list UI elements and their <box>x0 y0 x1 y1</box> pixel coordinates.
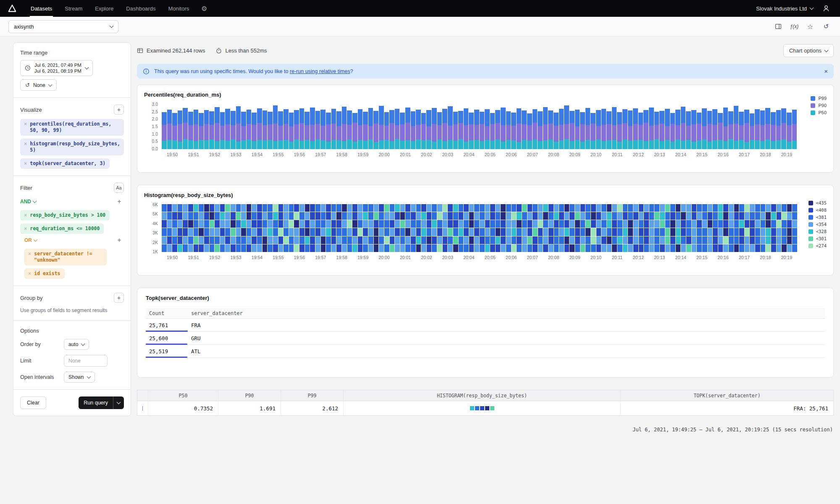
dataset-name: axisynth <box>14 24 34 30</box>
case-sensitivity-toggle[interactable]: Aa <box>114 183 124 193</box>
summary-header-cell: P99 <box>281 390 344 401</box>
heatmap-cell <box>708 244 713 252</box>
org-switcher[interactable]: Slovak Industries Ltd <box>756 5 813 12</box>
visualization-chip[interactable]: ×topk(server_datacenter, 3) <box>20 158 110 169</box>
remove-chip-icon[interactable]: × <box>24 160 27 167</box>
or-filter-chip[interactable]: ×server_datacenter != "unknown" <box>24 249 107 265</box>
percentile-bar <box>548 104 553 149</box>
heatmap-cell <box>554 220 559 228</box>
percentiles-plot[interactable] <box>162 104 797 149</box>
add-filter-button[interactable]: + <box>115 197 124 206</box>
heatmap-cell <box>512 244 517 252</box>
nav-item-dashboards[interactable]: Dashboards <box>120 0 162 17</box>
nav-item-datasets[interactable]: Datasets <box>24 0 58 17</box>
functions-button[interactable]: ƒ(x) <box>788 20 801 33</box>
heatmap-cell <box>368 204 373 212</box>
heatmap-cell <box>236 244 241 252</box>
remove-chip-icon[interactable]: × <box>24 121 27 127</box>
run-query-menu[interactable] <box>113 396 124 409</box>
add-group-by-button[interactable]: + <box>114 293 124 303</box>
banner-close-icon[interactable]: × <box>824 68 828 75</box>
filter-root-operator[interactable]: AND <box>20 199 36 205</box>
bar-segment-p50 <box>776 140 781 149</box>
percentile-bar <box>501 104 506 149</box>
dataset-selector[interactable]: axisynth <box>8 20 118 33</box>
bar-segment-p50 <box>638 140 643 149</box>
heatmap-row <box>162 212 797 220</box>
legend-swatch <box>808 215 813 220</box>
remove-chip-icon[interactable]: × <box>28 251 31 257</box>
heatmap-cell <box>241 228 246 236</box>
legend-swatch <box>808 236 813 241</box>
time-range-selector[interactable]: Jul 6, 2021, 07:49 PM Jul 6, 2021, 08:19… <box>20 60 93 76</box>
heatmap-cell <box>533 236 538 244</box>
filter-chip[interactable]: ×req_duration_ms <= 10000 <box>20 223 104 234</box>
remove-chip-icon[interactable]: × <box>24 226 27 232</box>
settings-gear-icon[interactable]: ⚙ <box>198 2 210 15</box>
heatmap-cell <box>723 228 728 236</box>
heatmap-cell <box>644 228 649 236</box>
topk-table-row[interactable]: 25,519ATL <box>146 345 825 358</box>
percentile-bar <box>421 104 426 149</box>
chart-options-label: Chart options <box>789 47 822 54</box>
limit-input[interactable] <box>64 355 108 367</box>
heatmap-cell <box>639 244 644 252</box>
heatmap-cell <box>549 212 554 220</box>
run-query-button[interactable]: Run query <box>79 396 124 409</box>
bar-segment-p50 <box>543 140 548 149</box>
heatmap-cell <box>390 204 395 212</box>
clear-button[interactable]: Clear <box>20 396 46 409</box>
add-visualization-button[interactable]: + <box>114 105 124 115</box>
visualization-chip[interactable]: ×percentiles(req_duration_ms, 50, 90, 99… <box>20 119 124 136</box>
bar-segment-p50 <box>490 141 495 149</box>
heatmap-cell <box>315 220 320 228</box>
filter-chip[interactable]: ×resp_body_size_bytes > 100 <box>20 210 110 220</box>
percentile-bar <box>284 104 289 149</box>
heatmap-cell <box>782 228 787 236</box>
remove-chip-icon[interactable]: × <box>24 212 27 218</box>
open-intervals-select[interactable]: Shown <box>64 372 95 383</box>
or-filter-chip[interactable]: ×id exists <box>24 268 65 279</box>
histogram-plot[interactable] <box>162 204 797 252</box>
nav-item-monitors[interactable]: Monitors <box>162 0 195 17</box>
order-by-select[interactable]: auto <box>64 339 89 350</box>
query-history-button[interactable]: ↺ <box>820 20 832 33</box>
heatmap-cell <box>570 212 575 220</box>
remove-chip-icon[interactable]: × <box>28 270 31 277</box>
heatmap-cell <box>750 244 755 252</box>
bar-segment-p50 <box>548 139 553 149</box>
heatmap-cell <box>734 228 739 236</box>
axis-label: 20:13 <box>649 255 670 260</box>
compare-value: None <box>33 82 45 88</box>
nav-item-stream[interactable]: Stream <box>58 0 89 17</box>
heatmap-cell <box>692 220 697 228</box>
axis-label: 4K <box>152 221 158 226</box>
percentiles-y-axis: 3.02.52.01.51.00.50.0 <box>144 102 162 151</box>
star-favorite-button[interactable]: ☆ <box>804 20 816 33</box>
rerun-relative-times-link[interactable]: re-run using relative times <box>290 68 350 74</box>
remove-chip-icon[interactable]: × <box>24 141 27 147</box>
percentile-bar <box>310 104 315 149</box>
topk-title: Topk(server_datacenter) <box>146 295 825 301</box>
percentile-bar <box>215 104 220 149</box>
chart-options-button[interactable]: Chart options <box>783 44 834 57</box>
heatmap-cell <box>215 212 220 220</box>
compare-against-selector[interactable]: ↺ None <box>20 79 57 91</box>
nav-item-explore[interactable]: Explore <box>89 0 120 17</box>
bar-segment-p50 <box>538 141 543 149</box>
heatmap-cell <box>215 204 220 212</box>
filter-or-operator[interactable]: OR <box>24 237 37 243</box>
heatmap-cell <box>697 220 702 228</box>
heatmap-cell <box>755 228 760 236</box>
topk-table-row[interactable]: 25,600GRU <box>146 332 825 345</box>
heatmap-cell <box>580 212 585 220</box>
visualization-chip[interactable]: ×histogram(resp_body_size_bytes, 5) <box>20 139 124 155</box>
user-menu[interactable] <box>820 2 832 15</box>
axiom-logo[interactable] <box>8 4 17 13</box>
axis-label: 19:59 <box>352 255 373 260</box>
topk-table-row[interactable]: 25,761FRA <box>146 319 825 332</box>
layout-columns-button[interactable] <box>772 20 785 33</box>
order-by-value: auto <box>68 341 78 347</box>
heatmap-cell <box>405 212 410 220</box>
add-or-filter-button[interactable]: + <box>115 236 124 245</box>
